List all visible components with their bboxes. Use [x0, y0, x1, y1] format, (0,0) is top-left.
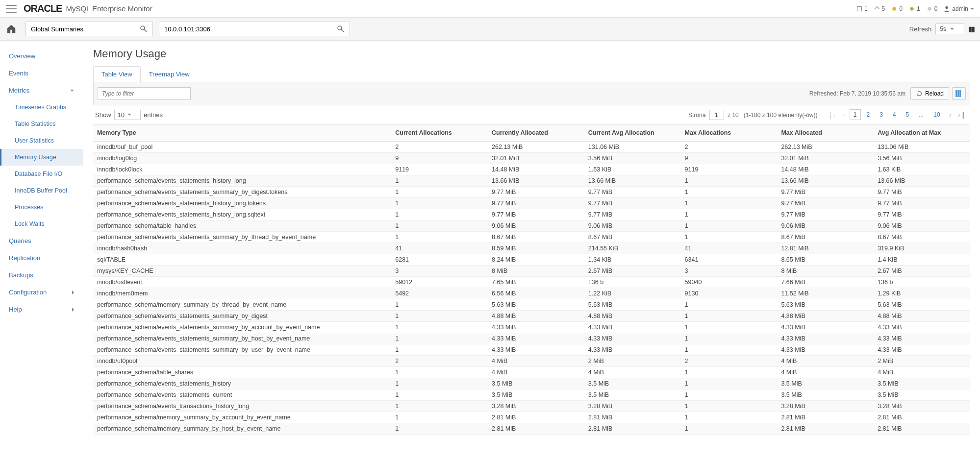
show-entries-select[interactable]: 10	[114, 110, 141, 120]
table-row[interactable]: innodb/os0event590127.65 MiB136 b590407.…	[93, 277, 970, 288]
pause-button[interactable]: ▮▮	[968, 25, 974, 33]
hamburger-icon[interactable]	[6, 5, 17, 13]
search-icon[interactable]	[337, 25, 345, 33]
sidebar-item-overview[interactable]: Overview	[0, 48, 83, 65]
sidebar-item-table-stats[interactable]: Table Statistics	[0, 116, 83, 132]
table-cell: 2 MiB	[584, 356, 681, 367]
table-header[interactable]: Current Avg Allocation	[584, 124, 681, 142]
table-row[interactable]: performance_schema/events_statements_cur…	[93, 389, 970, 401]
sidebar-item-file-io[interactable]: Database File I/O	[0, 166, 83, 182]
page-first[interactable]: ❙‹	[826, 111, 838, 119]
table-row[interactable]: innodb/lock0lock911914.48 MiB1.63 KiB911…	[93, 164, 970, 175]
sidebar-item-innodb-bp[interactable]: InnoDB Buffer Pool	[0, 182, 83, 199]
table-row[interactable]: performance_schema/memory_summary_by_acc…	[93, 412, 970, 423]
table-row[interactable]: innodb/hash0hash418.59 MiB214.55 KiB4112…	[93, 243, 970, 254]
sidebar-item-events[interactable]: Events	[0, 65, 83, 82]
sidebar-item-replication[interactable]: Replication	[0, 249, 83, 267]
table-cell: 2	[391, 356, 488, 367]
table-row[interactable]: performance_schema/events_statements_sum…	[93, 333, 970, 344]
page-link[interactable]: ...	[915, 109, 928, 120]
table-row[interactable]: performance_schema/memory_summary_by_thr…	[93, 299, 970, 311]
table-row[interactable]: mysys/KEY_CACHE38 MiB2.67 MiB38 MiB2.67 …	[93, 266, 970, 277]
memory-table: Memory TypeCurrent AllocationsCurrently …	[93, 124, 970, 435]
refresh-interval-select[interactable]: 5s	[935, 24, 964, 34]
sidebar-item-timeseries[interactable]: Timeseries Graphs	[0, 99, 83, 116]
table-row[interactable]: performance_schema/events_statements_sum…	[93, 232, 970, 243]
table-header[interactable]: Avg Allocation at Max	[874, 124, 970, 142]
page-link[interactable]: 2	[863, 109, 874, 120]
table-cell: 3.28 MiB	[874, 401, 970, 412]
page-last[interactable]: ›❙	[956, 111, 968, 119]
page-link[interactable]: 1	[850, 109, 861, 120]
page-link[interactable]: 4	[889, 109, 900, 120]
page-next[interactable]: ›	[947, 111, 954, 119]
searchbar: Refresh 5s ▮▮	[0, 18, 980, 41]
table-header[interactable]: Current Allocations	[391, 124, 488, 142]
warn-icon	[891, 5, 898, 12]
table-row[interactable]: innodb/mem0mem54926.56 MiB1.22 KiB913011…	[93, 288, 970, 299]
table-row[interactable]: performance_schema/events_statements_sum…	[93, 344, 970, 356]
page-link[interactable]: 3	[876, 109, 887, 120]
table-row[interactable]: performance_schema/table_handles19.06 Mi…	[93, 220, 970, 232]
reload-button[interactable]: Reload	[910, 87, 949, 100]
page-prev[interactable]: ‹	[840, 111, 847, 119]
table-row[interactable]: performance_schema/table_shares14 MiB4 M…	[93, 367, 970, 378]
table-row[interactable]: sql/TABLE62818.24 MiB1.34 KiB63418.65 Mi…	[93, 254, 970, 266]
table-row[interactable]: performance_schema/memory_summary_by_hos…	[93, 423, 970, 435]
sidebar-item-configuration[interactable]: Configuration	[0, 284, 83, 301]
table-row[interactable]: performance_schema/events_statements_sum…	[93, 311, 970, 322]
table-row[interactable]: performance_schema/events_statements_sum…	[93, 187, 970, 198]
context-search[interactable]	[25, 22, 153, 36]
table-cell: 1	[391, 333, 488, 344]
sidebar-item-help[interactable]: Help	[0, 301, 83, 318]
sidebar-item-queries[interactable]: Queries	[0, 232, 83, 249]
table-cell: 12.81 MiB	[777, 243, 874, 254]
table-row[interactable]: innodb/log0log932.01 MiB3.56 MiB932.01 M…	[93, 153, 970, 164]
table-row[interactable]: performance_schema/events_statements_sum…	[93, 322, 970, 333]
table-cell: 5.63 MiB	[488, 299, 584, 311]
table-row[interactable]: innodb/buf_buf_pool2262.13 MiB131.06 MiB…	[93, 142, 970, 153]
table-cell: 3.28 MiB	[584, 401, 681, 412]
table-cell: 9.77 MiB	[874, 187, 970, 198]
topbar: ORACLE MySQL Enterprise Monitor 1 5 0 1	[0, 0, 980, 18]
context-search-input[interactable]	[31, 25, 140, 33]
table-header[interactable]: Max Allocated	[777, 124, 874, 142]
table-row[interactable]: performance_schema/events_statements_his…	[93, 175, 970, 187]
table-cell: performance_schema/events_statements_sum…	[93, 311, 391, 322]
table-row[interactable]: performance_schema/events_statements_his…	[93, 209, 970, 220]
caret-down-icon	[127, 114, 131, 116]
tab-table-view[interactable]: Table View	[93, 66, 141, 82]
table-header[interactable]: Max Allocations	[681, 124, 778, 142]
table-cell: performance_schema/events_statements_cur…	[93, 389, 391, 401]
table-row[interactable]: innodb/ut0pool24 MiB2 MiB24 MiB2 MiB	[93, 356, 970, 367]
page-link[interactable]: 5	[902, 109, 913, 120]
columns-button[interactable]	[952, 87, 966, 100]
table-cell: 2.67 MiB	[584, 266, 681, 277]
host-search-input[interactable]	[164, 25, 337, 33]
sidebar-item-user-stats[interactable]: User Statistics	[0, 132, 83, 149]
table-row[interactable]: performance_schema/events_transactions_h…	[93, 401, 970, 412]
sidebar-item-processes[interactable]: Processes	[0, 199, 83, 216]
refresh-interval-value: 5s	[940, 25, 946, 32]
table-cell: 3.5 MiB	[874, 389, 970, 401]
search-icon[interactable]	[140, 25, 148, 33]
sidebar-item-lock-waits[interactable]: Lock Waits	[0, 216, 83, 232]
home-icon[interactable]	[6, 24, 17, 34]
tab-treemap-view[interactable]: Treemap View	[141, 66, 198, 82]
table-cell: 3.5 MiB	[777, 389, 874, 401]
sidebar-item-metrics[interactable]: Metrics	[0, 82, 83, 99]
table-row[interactable]: performance_schema/events_statements_his…	[93, 198, 970, 209]
host-search[interactable]	[159, 22, 350, 36]
page-link[interactable]: 10	[930, 109, 944, 120]
user-menu[interactable]: admin	[943, 5, 974, 12]
page-input[interactable]	[709, 110, 724, 120]
filter-input[interactable]	[98, 87, 191, 100]
table-row[interactable]: performance_schema/events_statements_his…	[93, 378, 970, 389]
table-cell: 41	[391, 243, 488, 254]
table-header[interactable]: Memory Type	[93, 124, 391, 142]
table-header[interactable]: Currently Allocated	[488, 124, 584, 142]
table-cell: 9.77 MiB	[777, 198, 874, 209]
sidebar-item-backups[interactable]: Backups	[0, 267, 83, 284]
table-cell: 1	[391, 209, 488, 220]
sidebar-item-memory-usage[interactable]: Memory Usage	[0, 149, 83, 166]
